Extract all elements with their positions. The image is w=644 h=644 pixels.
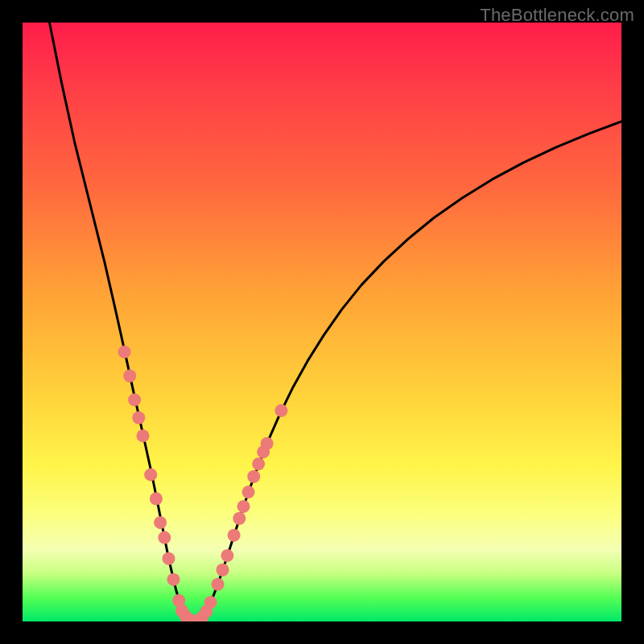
svg-point-21 [217, 564, 229, 576]
svg-point-4 [137, 429, 150, 442]
svg-point-2 [128, 394, 141, 407]
svg-point-1 [123, 369, 136, 382]
svg-point-3 [132, 411, 145, 424]
watermark-text: TheBottleneck.com [480, 5, 634, 26]
scatter-dots [118, 345, 288, 621]
svg-point-5 [144, 469, 157, 481]
svg-point-7 [154, 516, 167, 529]
svg-point-31 [275, 404, 287, 417]
outer-frame: TheBottleneck.com [0, 0, 644, 644]
svg-point-28 [252, 457, 265, 470]
left-curve [50, 23, 196, 621]
svg-point-26 [242, 485, 255, 498]
svg-point-0 [118, 345, 131, 358]
curve-overlay [23, 23, 621, 621]
svg-point-30 [261, 437, 274, 450]
svg-point-6 [150, 493, 163, 506]
right-curve [195, 122, 621, 621]
svg-point-19 [204, 596, 217, 609]
svg-point-27 [247, 470, 260, 483]
svg-point-24 [233, 512, 246, 525]
svg-point-20 [212, 578, 225, 591]
plot-area [23, 23, 621, 621]
svg-point-8 [158, 531, 171, 544]
svg-point-9 [163, 552, 175, 565]
svg-point-10 [167, 573, 180, 586]
svg-point-23 [228, 529, 241, 542]
svg-point-22 [221, 549, 233, 562]
svg-point-25 [237, 500, 250, 513]
